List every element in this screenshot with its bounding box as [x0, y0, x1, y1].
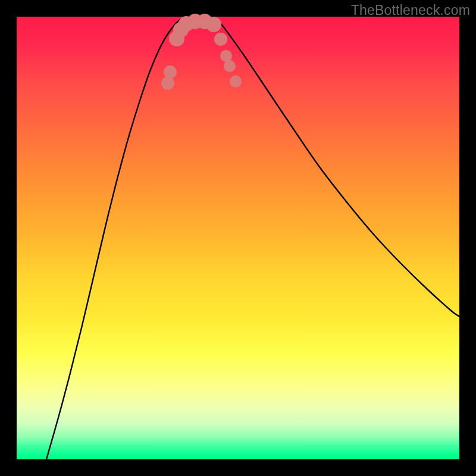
series-group: [46, 19, 459, 459]
series-left-branch: [46, 19, 181, 459]
outer-frame: TheBottleneck.com: [0, 0, 476, 476]
series-right-branch: [216, 19, 459, 317]
marker-point: [220, 50, 232, 62]
marker-point: [230, 76, 242, 87]
marker-point: [224, 60, 236, 72]
marker-point: [214, 33, 227, 46]
marker-point: [164, 65, 177, 79]
plot-area: [17, 17, 459, 459]
watermark-text: TheBottleneck.com: [351, 2, 470, 18]
marker-point: [161, 77, 174, 90]
curve-svg: [17, 17, 459, 459]
marker-group: [161, 14, 242, 90]
marker-point: [206, 17, 221, 32]
